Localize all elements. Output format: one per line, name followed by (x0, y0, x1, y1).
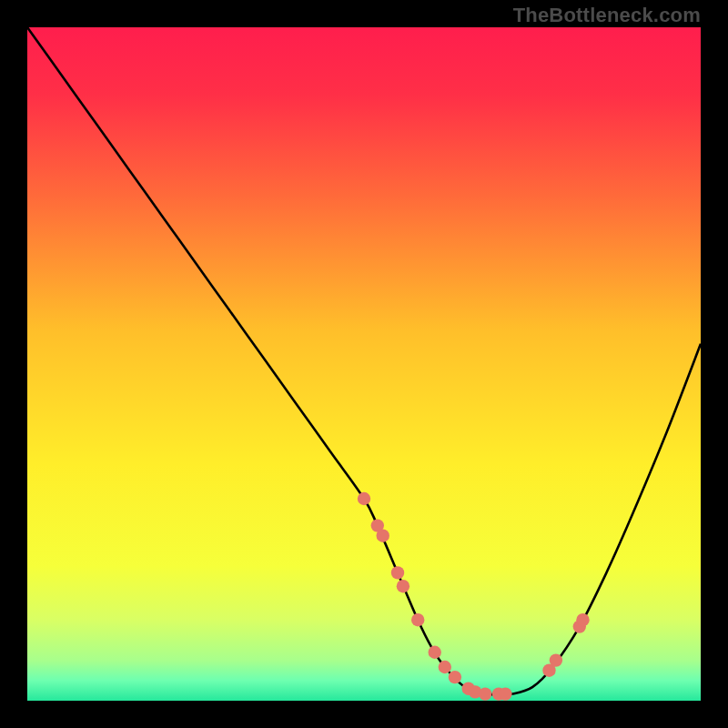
highlight-dot (377, 530, 389, 542)
highlight-dot (358, 492, 370, 505)
highlight-dot (439, 661, 451, 673)
highlight-dot (479, 687, 491, 700)
highlight-dot (499, 687, 511, 700)
highlight-dot (576, 613, 589, 626)
plot-svg (27, 27, 701, 701)
gradient-background (27, 27, 701, 701)
plot-area (27, 27, 701, 701)
highlight-dot (391, 566, 404, 579)
highlight-dot (397, 580, 410, 592)
attribution-label: TheBottleneck.com (513, 4, 701, 27)
highlight-dot (411, 613, 424, 626)
chart-frame: TheBottleneck.com (0, 0, 728, 728)
highlight-dot (550, 653, 562, 666)
highlight-dot (449, 671, 461, 683)
highlight-dot (429, 646, 441, 659)
